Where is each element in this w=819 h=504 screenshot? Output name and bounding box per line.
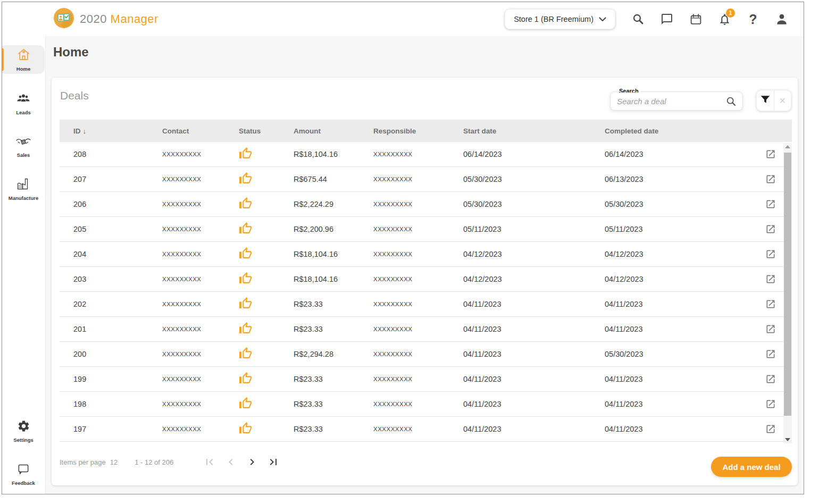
cell-responsible: XXXXXXXXX [373,201,463,207]
deals-table: ID↓ Contact Status Amount Responsible St… [60,120,792,442]
cell-completed-date: 05/11/2023 [605,225,765,233]
status-thumb-up-icon[interactable] [239,178,252,187]
calendar-icon[interactable] [689,12,703,26]
open-deal-icon[interactable] [765,249,776,259]
status-thumb-up-icon[interactable] [239,353,252,362]
cell-amount: R$2,294.28 [294,350,373,358]
sidebar-item-feedback[interactable]: Feedback [2,459,45,488]
cell-amount: R$23.33 [294,425,373,433]
cell-amount: R$23.33 [294,325,373,333]
table-row: 205 XXXXXXXXX R$2,200.96 XXXXXXXXX 05/11… [60,217,783,242]
cell-status [239,422,294,436]
filter-button-group: × [756,90,791,111]
last-page-button[interactable] [263,451,284,473]
open-deal-icon[interactable] [765,399,776,409]
status-thumb-up-icon[interactable] [239,278,252,287]
search-icon[interactable] [631,12,645,26]
scroll-up-arrow[interactable] [783,143,792,150]
sidebar-item-settings[interactable]: Settings [2,417,45,446]
first-page-button[interactable] [199,451,220,473]
open-deal-icon[interactable] [765,424,776,434]
sort-desc-icon: ↓ [83,127,87,135]
status-thumb-up-icon[interactable] [239,428,252,436]
search-input[interactable] [617,93,723,110]
chat-icon[interactable] [660,12,674,26]
status-thumb-up-icon[interactable] [239,253,252,262]
cell-amount: R$2,224.29 [294,200,373,208]
active-indicator [2,48,4,71]
cell-responsible: XXXXXXXXX [373,426,463,432]
add-new-deal-button[interactable]: Add a new deal [711,457,792,477]
status-thumb-up-icon[interactable] [239,403,252,411]
column-header-amount[interactable]: Amount [294,127,373,135]
open-deal-icon[interactable] [765,174,776,184]
sidebar-item-manufacture[interactable]: Manufacture [2,174,45,203]
scrollbar-thumb[interactable] [784,153,791,416]
cell-id: 202 [60,300,162,308]
status-thumb-up-icon[interactable] [239,228,252,237]
sidebar-item-label: Feedback [12,480,35,486]
status-thumb-up-icon[interactable] [239,203,252,212]
cell-start-date: 04/11/2023 [463,350,605,358]
column-header-completed-date[interactable]: Completed date [605,127,765,135]
cell-contact: XXXXXXXXX [162,276,239,282]
open-deal-icon[interactable] [765,374,776,384]
status-thumb-up-icon[interactable] [239,153,252,162]
cell-id: 201 [60,325,162,333]
cell-completed-date: 04/11/2023 [605,375,765,383]
status-thumb-up-icon[interactable] [239,303,252,312]
sidebar: Home Leads [2,36,46,494]
cell-amount: R$23.33 [294,375,373,383]
table-body: 208 XXXXXXXXX R$18,104.16 XXXXXXXXX 06/1… [60,142,783,442]
scroll-down-arrow[interactable] [783,436,792,443]
next-page-button[interactable] [241,451,263,473]
column-header-contact[interactable]: Contact [162,127,239,135]
cell-status [239,222,294,237]
store-selector-label: Store 1 (BR Freemium) [514,15,594,23]
open-deal-icon[interactable] [765,324,776,334]
cell-completed-date: 06/13/2023 [605,175,765,183]
previous-page-button[interactable] [220,451,241,473]
cell-status [239,147,294,162]
cell-contact: XXXXXXXXX [162,201,239,207]
filter-button[interactable] [757,90,774,111]
cell-id: 199 [60,375,162,383]
topbar: 2020 Manager Store 1 (BR Freemium) [2,2,804,36]
clear-filter-button[interactable]: × [774,90,791,111]
cell-contact: XXXXXXXXX [162,351,239,357]
column-header-id[interactable]: ID↓ [60,127,162,135]
column-header-status[interactable]: Status [239,127,294,135]
pagination-bar: Items per page 12 1 - 12 of 206 [60,451,379,473]
cell-responsible: XXXXXXXXX [373,176,463,182]
cell-id: 206 [60,200,162,208]
cell-start-date: 05/11/2023 [463,225,605,233]
store-selector[interactable]: Store 1 (BR Freemium) [505,9,615,29]
cell-start-date: 04/11/2023 [463,325,605,333]
cell-responsible: XXXXXXXXX [373,401,463,407]
status-thumb-up-icon[interactable] [239,328,252,337]
open-deal-icon[interactable] [765,299,776,309]
app-logo: 2020 Manager [53,7,158,31]
open-deal-icon[interactable] [765,224,776,234]
column-header-start-date[interactable]: Start date [463,127,605,135]
bell-icon[interactable]: 1 [717,12,731,26]
person-icon[interactable] [775,12,789,26]
sidebar-item-label: Sales [17,152,30,158]
cell-id: 198 [60,400,162,408]
column-header-responsible[interactable]: Responsible [373,127,463,135]
app-window: 2020 Manager Store 1 (BR Freemium) [2,2,804,494]
sidebar-item-home[interactable]: Home [2,45,45,74]
open-deal-icon[interactable] [765,349,776,359]
status-thumb-up-icon[interactable] [239,378,252,387]
search-field-magnifier-icon[interactable] [725,96,737,110]
items-per-page-value[interactable]: 12 [110,458,118,466]
sidebar-item-leads[interactable]: Leads [2,89,45,118]
cell-amount: R$675.44 [294,175,373,183]
sidebar-item-sales[interactable]: Sales [2,132,45,161]
help-icon[interactable]: ? [746,12,760,26]
cell-contact: XXXXXXXXX [162,251,239,257]
open-deal-icon[interactable] [765,199,776,209]
open-deal-icon[interactable] [765,274,776,284]
open-deal-icon[interactable] [765,149,776,159]
cell-completed-date: 04/11/2023 [605,425,765,433]
